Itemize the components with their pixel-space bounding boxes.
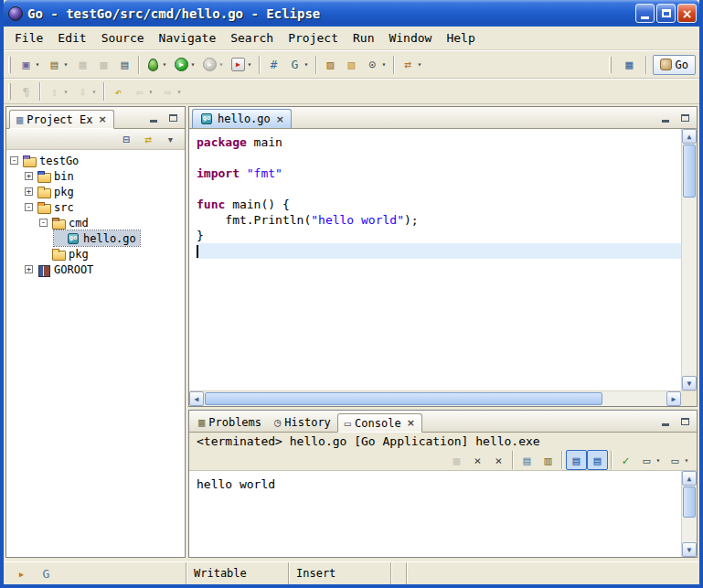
code-area[interactable]: package mainimport "fmt"func main() { fm…	[189, 129, 681, 390]
open-folder-icon[interactable]: ▧	[341, 55, 362, 75]
dropdown-arrow-icon[interactable]: ▾	[246, 60, 253, 69]
dropdown-arrow-icon[interactable]: ▾	[34, 60, 41, 69]
tree-item-bin[interactable]: +bin	[25, 168, 78, 184]
scroll-lock-icon[interactable]: ▥	[538, 450, 559, 470]
menu-item-window[interactable]: Window	[381, 28, 439, 48]
dropdown-arrow-icon[interactable]: ▾	[189, 60, 197, 69]
last-edit-location-icon[interactable]: ↶	[108, 81, 129, 102]
scroll-left-icon[interactable]: ◀	[189, 391, 204, 406]
external-tools-icon[interactable]: ▶▾	[228, 55, 256, 75]
display-console-icon[interactable]: ▭▾	[636, 450, 665, 470]
view-menu-icon[interactable]: ▾	[160, 129, 181, 149]
scroll-down-icon[interactable]: ▼	[682, 542, 697, 557]
dropdown-arrow-icon[interactable]: ▾	[176, 88, 183, 96]
remove-launch-icon[interactable]: ×	[467, 450, 488, 470]
dropdown-arrow-icon[interactable]: ▾	[303, 60, 310, 69]
plus-expander-icon[interactable]: +	[25, 187, 33, 196]
maximize-view-button[interactable]	[165, 111, 181, 125]
dropdown-arrow-icon[interactable]: ▾	[380, 60, 388, 69]
dropdown-arrow-icon[interactable]: ▾	[683, 456, 690, 465]
new-fast-view-icon[interactable]: ▸	[11, 563, 32, 583]
dropdown-arrow-icon[interactable]: ▾	[62, 60, 69, 69]
scroll-up-icon[interactable]: ▲	[682, 129, 697, 144]
dropdown-arrow-icon[interactable]: ▾	[147, 88, 154, 96]
scrollbar-thumb[interactable]	[205, 392, 602, 405]
scroll-up-icon[interactable]: ▲	[682, 471, 697, 486]
scrollbar-thumb[interactable]	[683, 486, 696, 518]
tree-item-testgo[interactable]: -testGo	[10, 153, 82, 168]
debug-icon[interactable]: ▾	[143, 55, 171, 75]
menu-item-navigate[interactable]: Navigate	[152, 28, 224, 48]
editor-tab-hello-go[interactable]: hello.go ×	[192, 109, 292, 128]
open-archive-icon[interactable]: ▨	[320, 55, 341, 75]
run-icon[interactable]: ▶▾	[171, 55, 199, 75]
tab-problems[interactable]: ▦Problems	[192, 412, 268, 432]
go-build-icon[interactable]: #	[263, 55, 284, 75]
minimize-view-button[interactable]	[657, 414, 674, 429]
go-tool-icon[interactable]: G▾	[284, 55, 313, 75]
open-console-icon[interactable]: ▭▾	[665, 450, 693, 470]
menu-item-file[interactable]: File	[7, 28, 50, 48]
menu-item-run[interactable]: Run	[346, 28, 381, 48]
print-icon[interactable]: ▤	[114, 55, 135, 75]
menu-item-edit[interactable]: Edit	[50, 28, 93, 48]
titlebar[interactable]: Go - testGo/src/cmd/hello.go - Eclipse ×	[4, 0, 699, 27]
dropdown-arrow-icon[interactable]: ▾	[416, 60, 423, 69]
minus-expander-icon[interactable]: -	[39, 219, 48, 227]
maximize-view-button[interactable]	[676, 414, 693, 429]
scrollbar-thumb[interactable]	[683, 144, 696, 198]
dropdown-arrow-icon[interactable]: ▾	[655, 456, 662, 465]
scroll-down-icon[interactable]: ▼	[682, 376, 697, 390]
maximize-button[interactable]	[656, 4, 676, 23]
tree-item-cmd[interactable]: -cmd	[39, 215, 92, 230]
show-stdout-icon[interactable]: ▤	[566, 450, 587, 470]
tab-history[interactable]: ◷History	[268, 412, 337, 432]
menu-item-help[interactable]: Help	[439, 28, 482, 48]
plus-expander-icon[interactable]: +	[25, 265, 33, 273]
new-go-element-icon[interactable]: ▤▾	[44, 55, 72, 75]
menu-item-project[interactable]: Project	[281, 28, 346, 48]
console-output[interactable]: hello world	[189, 471, 681, 557]
maximize-view-button[interactable]	[676, 111, 693, 125]
tree-item-pkg[interactable]: pkg	[39, 246, 92, 262]
minimize-view-button[interactable]	[145, 111, 162, 125]
pin-console-icon[interactable]: ✓	[615, 450, 636, 470]
tab-project-explorer[interactable]: ▦ Project Ex ×	[9, 110, 114, 129]
tree-item-goroot[interactable]: +GOROOT	[25, 262, 97, 277]
team-sync-icon[interactable]: ⇄▾	[398, 55, 426, 75]
dropdown-arrow-icon[interactable]: ▾	[91, 88, 98, 96]
close-tab-icon[interactable]: ×	[274, 113, 284, 125]
tree-item-hello-go[interactable]: hello.go	[54, 230, 140, 246]
tab-console[interactable]: ▭Console×	[337, 413, 422, 433]
clear-console-icon[interactable]: ▤	[517, 450, 538, 470]
collapse-all-icon[interactable]: ⊟	[116, 129, 137, 149]
go-perspective-button[interactable]: Go	[653, 55, 696, 75]
minimize-button[interactable]	[635, 4, 655, 23]
toolbar-grip[interactable]	[609, 57, 612, 73]
open-perspective-button[interactable]: ▦	[619, 55, 640, 75]
menu-item-search[interactable]: Search	[223, 28, 281, 48]
close-button[interactable]: ×	[677, 4, 697, 23]
editor-vertical-scrollbar[interactable]: ▲ ▼	[681, 129, 697, 390]
minus-expander-icon[interactable]: -	[25, 203, 33, 211]
show-stderr-icon[interactable]: ▤	[587, 450, 608, 470]
scroll-right-icon[interactable]: ▶	[666, 391, 681, 406]
editor-horizontal-scrollbar[interactable]: ◀ ▶	[189, 391, 681, 406]
console-vertical-scrollbar[interactable]: ▲ ▼	[681, 471, 697, 557]
search-icon[interactable]: ⊙▾	[362, 55, 390, 75]
toolbar-grip[interactable]	[8, 83, 11, 100]
minimize-view-button[interactable]	[657, 111, 674, 125]
menu-item-source[interactable]: Source	[94, 28, 152, 48]
dropdown-arrow-icon[interactable]: ▾	[161, 60, 168, 69]
new-wizard-icon[interactable]: ▣▾	[16, 55, 44, 75]
close-tab-icon[interactable]: ×	[405, 417, 415, 429]
dropdown-arrow-icon[interactable]: ▾	[62, 88, 69, 96]
plus-expander-icon[interactable]: +	[25, 172, 33, 180]
go-status-icon[interactable]: G	[36, 563, 57, 583]
link-with-editor-icon[interactable]: ⇄	[138, 129, 159, 149]
close-view-icon[interactable]: ×	[96, 113, 106, 125]
minus-expander-icon[interactable]: -	[10, 156, 18, 165]
remove-all-launches-icon[interactable]: ×	[488, 450, 509, 470]
dropdown-arrow-icon[interactable]: ▾	[218, 60, 225, 69]
toolbar-grip[interactable]	[8, 57, 11, 73]
